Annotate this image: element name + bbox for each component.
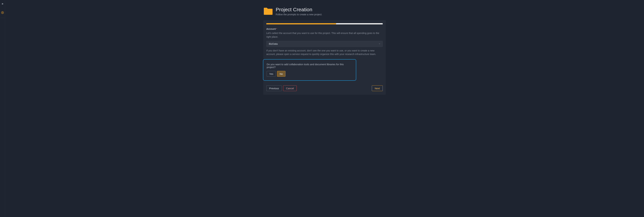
sidebar-divider — [1, 18, 4, 18]
add-project-button[interactable] — [0, 11, 5, 16]
chevrons-right-icon — [1, 3, 4, 6]
expand-sidebar-button[interactable] — [0, 2, 5, 7]
collab-question-box: Do you want to add collaboration tools a… — [263, 59, 356, 81]
page-title: Project Creation — [276, 7, 322, 13]
sidebar — [0, 0, 5, 217]
account-note: If you don't have an existing account, d… — [266, 49, 383, 56]
progress-bar — [266, 23, 383, 24]
cancel-button[interactable]: Cancel — [283, 85, 297, 91]
page-header: Project Creation Follow the prompts to c… — [263, 7, 386, 16]
collab-yes-button[interactable]: Yes — [267, 71, 276, 77]
wizard-card: Account* Let's select the account that y… — [263, 20, 386, 95]
required-mark: * — [276, 27, 277, 30]
account-hint: Let's select the account that you want t… — [266, 31, 383, 39]
plus-circle-icon — [1, 11, 4, 15]
account-select[interactable]: BizData — [266, 41, 383, 47]
folder-icon — [263, 7, 273, 15]
previous-button[interactable]: Previous — [266, 85, 282, 91]
main-content: Project Creation Follow the prompts to c… — [5, 0, 644, 217]
wizard-nav: Previous Cancel Next — [266, 85, 383, 91]
collab-no-button[interactable]: No — [277, 71, 285, 77]
collab-question: Do you want to add collaboration tools a… — [267, 63, 352, 69]
account-selected-value: BizData — [269, 42, 278, 45]
next-button[interactable]: Next — [372, 85, 383, 91]
chevron-down-icon — [378, 42, 380, 45]
account-label: Account* — [266, 27, 383, 30]
account-label-text: Account — [266, 27, 276, 30]
progress-fill — [266, 23, 336, 24]
page-subtitle: Follow the prompts to create a new proje… — [276, 13, 322, 16]
account-field: Account* Let's select the account that y… — [266, 27, 383, 56]
